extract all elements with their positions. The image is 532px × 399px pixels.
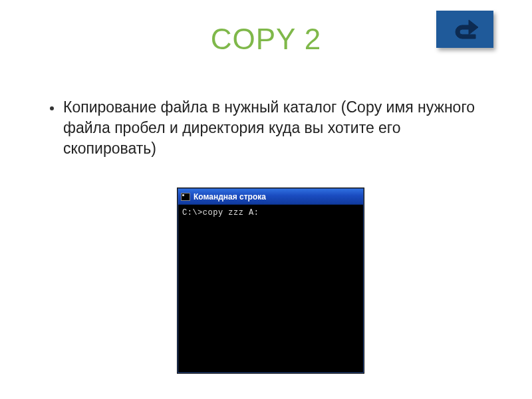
cmd-body: C:\>copy zzz A: (178, 205, 363, 372)
bullet-text: Копирование файла в нужный каталог (Copy… (63, 97, 482, 159)
u-turn-icon (449, 16, 481, 43)
bullet-item: Копирование файла в нужный каталог (Copy… (50, 97, 482, 159)
back-button[interactable] (436, 11, 493, 48)
cmd-titlebar: Командная строка (178, 189, 363, 205)
cmd-window-title: Командная строка (194, 192, 266, 201)
bullet-marker (50, 106, 54, 110)
cmd-icon (181, 193, 190, 201)
cmd-line: C:\>copy zzz A: (182, 208, 359, 217)
command-prompt-window: Командная строка C:\>copy zzz A: (178, 188, 364, 373)
